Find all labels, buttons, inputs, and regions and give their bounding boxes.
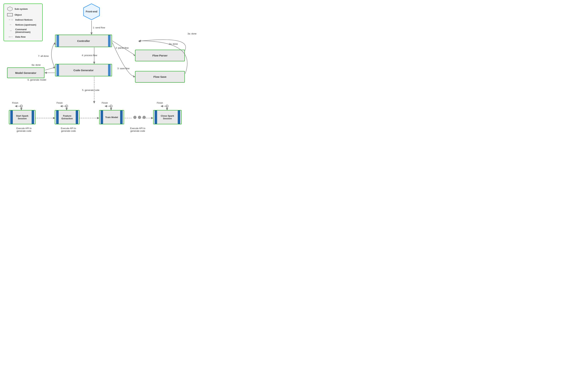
label-execute-1: Execute API togenerate code — [11, 127, 37, 132]
legend-dataflow: - -→ Data flow — [7, 35, 39, 38]
close-spark-bar-left — [155, 110, 157, 124]
label-done-6a: 6a: done — [32, 64, 41, 66]
label-finish-2: Finish — [56, 102, 63, 104]
legend-notices: ← Notices (upstream) — [7, 23, 39, 26]
start-spark-node: Start Spark Session — [9, 110, 36, 124]
flow-save-node: Flow Save — [135, 71, 185, 83]
close-spark-node: Close Spark Session — [153, 110, 182, 124]
label-generate-code: 5. generate code — [82, 89, 100, 91]
dot-2 — [138, 116, 141, 119]
legend-subsystem-label: Sub-system — [14, 8, 28, 10]
label-execute-3: Execute API togenerate code — [124, 127, 151, 132]
indirect-arrow-icon: ←○ — [7, 18, 14, 21]
train-model-label: Train Model — [102, 116, 122, 119]
flow-save-label: Flow Save — [154, 75, 166, 78]
legend: Sub-system Object ←○ Indirect Notices ← … — [4, 3, 43, 41]
close-spark-label: Close Spark Session — [154, 115, 181, 120]
label-finish-1: Finish — [12, 102, 18, 104]
legend-indirect-label: Indirect Notices — [15, 18, 33, 21]
notices-arrow-icon: ← — [7, 23, 14, 26]
label-done-2a: 2a: done — [169, 43, 178, 45]
frontend-node: Front-end — [82, 3, 101, 21]
codegen-bar-left — [56, 64, 59, 76]
feature-extraction-node: Feature Extraction — [55, 110, 80, 124]
legend-notices-label: Notices (upstream) — [15, 23, 36, 26]
train-bar-right — [120, 110, 123, 124]
svg-marker-12 — [93, 101, 95, 104]
code-generator-label: Code Generator — [74, 69, 94, 72]
label-send-flow: 1: send flow — [93, 26, 105, 29]
legend-dataflow-label: Data flow — [15, 35, 26, 38]
rect-icon — [7, 13, 13, 16]
flow-parser-node: Flow Parser — [135, 50, 185, 61]
dataflow-arrow-icon: - -→ — [7, 35, 14, 38]
start-spark-bar-right — [32, 110, 34, 124]
svg-marker-7 — [133, 75, 135, 78]
frontend-label: Front-end — [86, 10, 97, 13]
label-done-3a: 3a: done — [188, 32, 196, 35]
svg-line-15 — [45, 67, 55, 70]
command-arrow-icon: → — [7, 29, 14, 32]
svg-marker-16 — [53, 67, 55, 69]
feature-bar-right — [76, 110, 78, 124]
flow-parser-label: Flow Parser — [152, 54, 168, 57]
diagram-container: Sub-system Object ←○ Indirect Notices ← … — [0, 0, 213, 146]
legend-command-label: Command (downstream) — [15, 28, 39, 33]
controller-bar-left — [56, 35, 59, 47]
model-generator-node: Model Generator — [7, 67, 44, 78]
controller-label: Controller — [77, 39, 90, 42]
controller-node: Controller — [55, 35, 112, 47]
feature-bar-left — [56, 110, 59, 124]
label-generate-model: 6. generate model — [28, 78, 46, 81]
svg-marker-0 — [8, 7, 12, 11]
legend-subsystem: Sub-system — [7, 6, 39, 11]
label-process-flow: 4: process flow — [82, 54, 97, 57]
controller-bar-right — [108, 35, 110, 47]
svg-point-35 — [110, 105, 112, 107]
legend-command: → Command (downstream) — [7, 28, 39, 33]
legend-indirect: ←○ Indirect Notices — [7, 18, 39, 21]
svg-point-25 — [20, 105, 22, 107]
start-spark-bar-left — [10, 110, 13, 124]
label-finish-3: Finish — [102, 102, 108, 104]
label-all-done: 7: all done — [38, 55, 49, 57]
svg-marker-32 — [60, 105, 62, 107]
label-save-flow: 3: save flow — [117, 67, 130, 70]
svg-marker-42 — [160, 105, 163, 107]
model-generator-label: Model Generator — [15, 71, 36, 74]
frontend-hex-shape: Front-end — [82, 3, 101, 20]
label-execute-2: Execute API togenerate code — [55, 127, 82, 132]
svg-marker-27 — [15, 105, 17, 107]
svg-marker-8 — [139, 40, 141, 42]
code-generator-node: Code Generator — [55, 64, 112, 76]
start-spark-label: Start Spark Session — [9, 115, 35, 120]
close-spark-bar-right — [178, 110, 180, 124]
dot-1 — [133, 116, 136, 119]
train-model-node: Train Model — [99, 110, 124, 124]
hex-icon — [7, 6, 13, 11]
dots — [133, 116, 146, 119]
svg-marker-6 — [138, 40, 140, 42]
label-parse-flow: 2: parse flow — [116, 46, 129, 49]
legend-object-label: Object — [14, 13, 22, 16]
svg-point-40 — [166, 105, 168, 107]
svg-marker-14 — [44, 72, 47, 74]
label-finish-4: Finish — [157, 102, 163, 104]
svg-marker-5 — [133, 54, 135, 56]
legend-object: Object — [7, 13, 39, 16]
codegen-bar-right — [108, 64, 110, 76]
svg-point-30 — [66, 105, 68, 107]
train-bar-left — [100, 110, 103, 124]
svg-marker-37 — [104, 105, 107, 107]
dot-3 — [142, 116, 146, 119]
